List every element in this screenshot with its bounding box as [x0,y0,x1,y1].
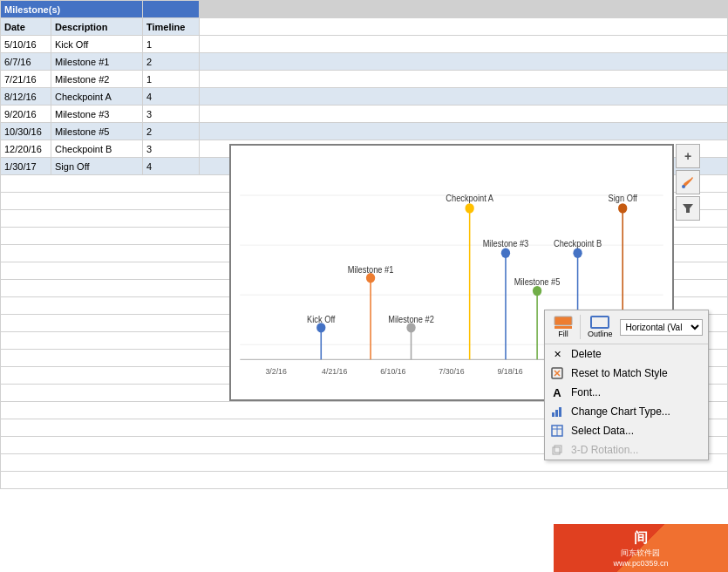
select-data-menu-item[interactable]: Select Data... [545,421,708,440]
table-row: 10/30/16 Milestone #5 2 [1,123,728,140]
cell-timeline-5[interactable]: 2 [143,123,200,140]
cell-date-3[interactable]: 8/12/16 [1,88,51,106]
svg-rect-44 [555,410,558,417]
svg-point-25 [573,249,582,258]
svg-rect-43 [552,412,555,417]
context-menu-items: ✕ Delete Reset to Match Style A Font... [545,344,708,460]
rotation-icon [550,443,564,457]
svg-rect-41 [591,317,609,328]
watermark-content: 间 间东软件园 www.pc0359.cn [613,529,668,568]
font-label: Font... [571,386,601,398]
cell-desc-1[interactable]: Milestone #1 [51,53,143,71]
svg-text:Kick Off: Kick Off [307,315,336,325]
cell-date-0[interactable]: 5/10/16 [1,36,51,53]
svg-rect-49 [553,447,560,454]
delete-menu-item[interactable]: ✕ Delete [545,344,708,364]
svg-text:4/21/16: 4/21/16 [322,367,347,376]
format-context-panel: Fill Outline Horizontal (Val ✕ Delete [544,310,709,460]
svg-marker-38 [683,204,693,213]
svg-rect-40 [555,326,572,329]
add-element-button[interactable]: + [676,144,700,168]
svg-point-37 [682,185,685,188]
cell-desc-3[interactable]: Checkpoint A [51,88,143,106]
fill-button[interactable]: Fill [550,314,576,340]
empty-cell [200,106,728,123]
cell-date-7[interactable]: 1/30/17 [1,158,51,175]
cell-desc-0[interactable]: Kick Off [51,36,143,53]
timeline-header: Timeline [143,18,200,36]
fill-label: Fill [558,330,568,338]
change-chart-type-menu-item[interactable]: Change Chart Type... [545,402,708,421]
svg-rect-39 [555,317,572,325]
milestone-header: Milestone(s) [1,1,143,18]
extra-header [200,1,728,18]
divider [580,315,581,339]
cell-date-2[interactable]: 7/21/16 [1,71,51,88]
svg-text:6/10/16: 6/10/16 [380,367,405,376]
extra-col-header [200,18,728,36]
cell-desc-5[interactable]: Milestone #5 [51,123,143,140]
col-header-row: Date Description Timeline [1,18,728,36]
svg-text:9/18/16: 9/18/16 [497,367,522,376]
cell-timeline-4[interactable]: 3 [143,106,200,123]
empty-cell [200,123,728,140]
filter-icon [682,202,694,214]
svg-point-22 [533,286,541,296]
empty-row [1,472,728,489]
cell-timeline-0[interactable]: 1 [143,36,200,53]
svg-point-28 [618,203,627,213]
cell-timeline-2[interactable]: 1 [143,71,200,88]
bar-chart-icon [551,405,563,418]
svg-text:Checkpoint B: Checkpoint B [554,239,602,249]
outline-label: Outline [588,330,613,338]
svg-text:Milestone #5: Milestone #5 [514,276,561,287]
cell-desc-6[interactable]: Checkpoint B [51,140,143,158]
cell-date-1[interactable]: 6/7/16 [1,53,51,71]
outline-icon [590,316,609,330]
watermark-text-line2: www.pc0359.cn [613,559,668,568]
rotation-label: 3-D Rotation... [571,444,638,456]
table-row: 7/21/16 Milestone #2 1 [1,71,728,88]
cell-date-4[interactable]: 9/20/16 [1,106,51,123]
empty-cell [200,53,728,71]
axis-selector[interactable]: Horizontal (Val [620,319,703,336]
cell-desc-2[interactable]: Milestone #2 [51,71,143,88]
delete-label: Delete [571,348,602,360]
select-data-label: Select Data... [571,425,634,437]
milestone-header-row: Milestone(s) [1,1,728,18]
cell-timeline-7[interactable]: 4 [143,158,200,175]
svg-text:7/30/16: 7/30/16 [439,367,464,376]
fill-icon [554,316,573,330]
reset-style-menu-item[interactable]: Reset to Match Style [545,364,708,383]
table-row: 6/7/16 Milestone #1 2 [1,53,728,71]
brush-icon [681,175,695,189]
format-button[interactable] [676,170,700,194]
svg-text:Checkpoint A: Checkpoint A [446,193,493,203]
table-icon [551,425,563,437]
filter-button[interactable] [676,196,700,221]
svg-text:Milestone #3: Milestone #3 [483,239,529,249]
cell-timeline-1[interactable]: 2 [143,53,200,71]
font-menu-item[interactable]: A Font... [545,383,708,402]
cell-date-6[interactable]: 12/20/16 [1,140,51,158]
cell-timeline-3[interactable]: 4 [143,88,200,106]
svg-rect-50 [555,446,561,453]
select-data-icon [550,424,564,438]
cube-icon [551,444,563,456]
table-row: 5/10/16 Kick Off 1 [1,36,728,53]
change-chart-type-label: Change Chart Type... [571,405,670,418]
format-toolbar: Fill Outline Horizontal (Val [545,310,708,344]
svg-text:Milestone #2: Milestone #2 [388,315,434,325]
outline-button[interactable]: Outline [584,314,616,340]
font-icon: A [550,385,564,399]
watermark-logo: 间 [613,529,668,548]
table-row: 9/20/16 Milestone #3 3 [1,106,728,123]
svg-text:Sign Off: Sign Off [609,193,638,203]
cell-desc-7[interactable]: Sign Off [51,158,143,175]
milestone-header-empty [143,1,200,18]
empty-cell [200,71,728,88]
cell-timeline-6[interactable]: 3 [143,140,200,158]
cell-date-5[interactable]: 10/30/16 [1,123,51,140]
cell-desc-4[interactable]: Milestone #3 [51,106,143,123]
date-header: Date [1,18,51,36]
